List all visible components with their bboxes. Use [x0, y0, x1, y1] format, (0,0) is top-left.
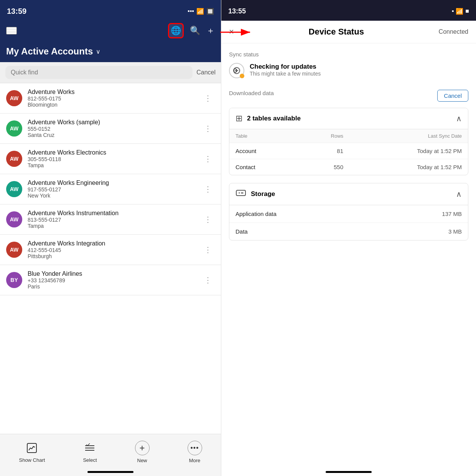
- top-bar-icons: 🌐 🔍 ＋: [168, 23, 215, 38]
- account-item[interactable]: AW Adventure Works Engineering 917-555-0…: [0, 174, 221, 204]
- account-info: Adventure Works Integration 412-555-0145…: [28, 240, 196, 259]
- collapse-tables-button[interactable]: ∧: [456, 114, 462, 123]
- select-button[interactable]: Select: [83, 441, 97, 463]
- annotation-arrow: [220, 25, 255, 40]
- hamburger-button[interactable]: [6, 27, 17, 35]
- home-indicator-left: [87, 471, 133, 473]
- avatar: AW: [6, 181, 22, 197]
- accounts-list: AW Adventure Works 812-555-0175 Blooming…: [0, 83, 221, 434]
- avatar: AW: [6, 211, 22, 227]
- account-info: Blue Yonder Airlines +33 123456789 Paris: [28, 270, 196, 290]
- row-name: Account: [229, 143, 298, 159]
- account-item[interactable]: BY Blue Yonder Airlines +33 123456789 Pa…: [0, 265, 221, 295]
- sync-icon: [229, 63, 244, 78]
- account-item[interactable]: AW Adventure Works Electronics 305-555-0…: [0, 144, 221, 174]
- more-button[interactable]: ••• More: [188, 441, 202, 463]
- battery-icon: 🔲: [206, 8, 214, 15]
- add-button[interactable]: ＋: [206, 25, 215, 36]
- account-info: Adventure Works Engineering 917-555-0127…: [28, 180, 196, 199]
- account-item[interactable]: AW Adventure Works 812-555-0175 Blooming…: [0, 83, 221, 114]
- account-name: Adventure Works Electronics: [28, 149, 196, 156]
- storage-row-value: 3 MB: [448, 228, 462, 235]
- show-chart-label: Show Chart: [19, 457, 45, 463]
- account-more-button[interactable]: ⋮: [201, 244, 215, 256]
- storage-row-value: 137 MB: [442, 211, 462, 217]
- account-phone: 412-555-0145: [28, 247, 196, 253]
- account-item[interactable]: AW Adventure Works Instrumentation 813-5…: [0, 204, 221, 235]
- row-name: Contact: [229, 159, 298, 175]
- account-phone: 555-0152: [28, 126, 196, 132]
- left-status-bar: 13:59 ▪▪▪ 📶 🔲: [0, 0, 221, 21]
- signal-icon: ▪▪▪: [188, 8, 194, 15]
- chart-icon: [25, 441, 39, 455]
- accounts-header: My Active Accounts ∨: [0, 44, 221, 62]
- account-name: Adventure Works (sample): [28, 119, 196, 126]
- collapse-storage-button[interactable]: ∧: [456, 189, 462, 199]
- new-label: New: [137, 458, 147, 463]
- account-phone: +33 123456789: [28, 277, 196, 283]
- account-city: Tampa: [28, 162, 196, 168]
- account-name: Adventure Works Engineering: [28, 180, 196, 186]
- account-city: Bloomington: [28, 102, 196, 108]
- search-input[interactable]: [5, 66, 193, 79]
- account-name: Adventure Works Integration: [28, 240, 196, 247]
- downloaded-header: Downloaded data Cancel: [229, 90, 468, 102]
- account-more-button[interactable]: ⋮: [201, 274, 215, 286]
- avatar: AW: [6, 242, 22, 258]
- device-content: Sync status Checking for updates This mi…: [221, 43, 476, 461]
- avatar: AW: [6, 90, 22, 106]
- avatar: BY: [6, 272, 22, 288]
- search-button[interactable]: 🔍: [190, 26, 200, 36]
- left-status-icons: ▪▪▪ 📶 🔲: [188, 8, 214, 15]
- globe-sync-button[interactable]: 🌐: [168, 23, 184, 38]
- connected-badge: Connected: [439, 28, 468, 35]
- account-more-button[interactable]: ⋮: [201, 122, 215, 135]
- right-time: 13:55: [228, 7, 246, 15]
- right-status-bar: 13:55 ▪ 📶 ■: [221, 0, 476, 21]
- globe-icon: 🌐: [171, 26, 181, 36]
- cancel-search-button[interactable]: Cancel: [196, 69, 216, 76]
- account-name: Adventure Works: [28, 89, 196, 96]
- tables-section: ⊞ 2 tables available ∧ Table Rows Last S…: [229, 108, 468, 175]
- account-city: Tampa: [28, 223, 196, 229]
- cancel-download-button[interactable]: Cancel: [437, 90, 468, 102]
- top-bar: 🌐 🔍 ＋: [0, 21, 221, 44]
- new-button[interactable]: + New: [135, 441, 150, 463]
- search-icon: 🔍: [190, 26, 200, 36]
- account-more-button[interactable]: ⋮: [201, 183, 215, 195]
- sync-text: Checking for updates This might take a f…: [250, 63, 321, 77]
- account-phone: 917-555-0127: [28, 186, 196, 193]
- account-item[interactable]: AW Adventure Works Integration 412-555-0…: [0, 235, 221, 265]
- storage-row-label: Data: [236, 228, 248, 235]
- right-battery-icon: ■: [465, 8, 469, 15]
- account-name: Adventure Works Instrumentation: [28, 210, 196, 217]
- home-indicator-right: [326, 471, 372, 473]
- bottom-bar: Show Chart Select + New ••• More: [0, 434, 221, 476]
- account-item[interactable]: AW Adventure Works (sample) 555-0152 San…: [0, 114, 221, 144]
- svg-rect-2: [27, 443, 36, 453]
- tables-header: ⊞ 2 tables available ∧: [229, 108, 468, 129]
- account-name: Blue Yonder Airlines: [28, 270, 196, 277]
- account-more-button[interactable]: ⋮: [201, 92, 215, 104]
- new-icon: +: [135, 441, 150, 455]
- storage-device-icon: [236, 189, 246, 199]
- storage-row-label: Application data: [236, 211, 277, 217]
- svg-rect-10: [236, 190, 245, 196]
- wifi-icon: 📶: [196, 8, 204, 15]
- table-grid-icon: ⊞: [236, 114, 242, 124]
- device-title: Device Status: [309, 27, 364, 37]
- accounts-chevron-icon[interactable]: ∨: [96, 48, 100, 55]
- account-city: Paris: [28, 283, 196, 290]
- account-city: New York: [28, 193, 196, 199]
- row-rows: 81: [298, 143, 349, 159]
- account-more-button[interactable]: ⋮: [201, 213, 215, 226]
- right-wifi-icon: 📶: [456, 8, 463, 15]
- storage-row: Data 3 MB: [229, 223, 468, 240]
- col-table: Table: [229, 129, 298, 143]
- left-panel: 13:59 ▪▪▪ 📶 🔲 🌐 🔍 ＋: [0, 0, 221, 476]
- account-info: Adventure Works Electronics 305-555-0118…: [28, 149, 196, 168]
- show-chart-button[interactable]: Show Chart: [19, 441, 45, 463]
- account-more-button[interactable]: ⋮: [201, 153, 215, 165]
- storage-title: Storage: [251, 190, 275, 198]
- account-info: Adventure Works (sample) 555-0152 Santa …: [28, 119, 196, 138]
